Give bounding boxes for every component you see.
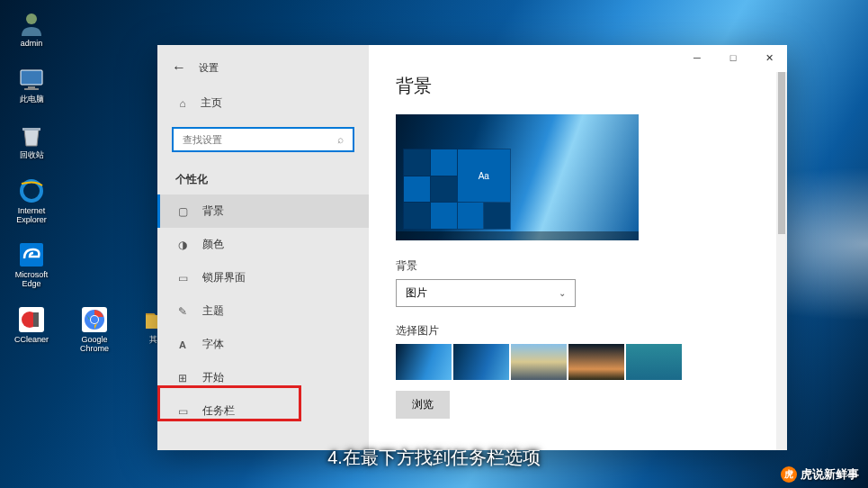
close-button[interactable]: ✕	[751, 45, 787, 70]
icon-label: Microsoft Edge	[9, 271, 54, 289]
desktop-icons-area: admin 此电脑 回收站 Internet Explorer Microsof…	[9, 9, 180, 354]
svg-point-13	[91, 316, 98, 323]
nav-label: 颜色	[202, 237, 224, 252]
icon-label: Google Chrome	[72, 336, 117, 354]
nav-label: 主题	[202, 303, 224, 319]
thumbnail-3[interactable]	[511, 344, 567, 380]
nav-label: 开始	[202, 370, 224, 385]
dropdown-value: 图片	[406, 285, 427, 301]
svg-rect-2	[28, 86, 35, 88]
palette-icon: ◑	[175, 238, 190, 252]
icon-label: admin	[21, 40, 43, 49]
category-label: 个性化	[157, 161, 369, 194]
home-icon: ⌂	[175, 96, 190, 111]
settings-sidebar: ← 设置 ⌂ 主页 ⌕ 个性化 ▢ 背景 ◑ 颜色 ▭ 锁屏界面 ✎ 主题 A	[157, 45, 369, 450]
chrome-icon	[80, 305, 109, 334]
minimize-button[interactable]: ─	[679, 45, 715, 70]
settings-window: ← 设置 ⌂ 主页 ⌕ 个性化 ▢ 背景 ◑ 颜色 ▭ 锁屏界面 ✎ 主题 A	[157, 45, 787, 450]
themes-icon: ✎	[175, 304, 190, 319]
maximize-button[interactable]: □	[715, 45, 751, 70]
svg-rect-1	[21, 70, 42, 85]
nav-label: 锁屏界面	[202, 270, 246, 285]
watermark-text: 虎说新鲜事	[801, 466, 859, 483]
icon-label: CCleaner	[14, 336, 49, 345]
search-input[interactable]	[183, 134, 337, 145]
scroll-thumb[interactable]	[778, 72, 785, 234]
nav-label: 任务栏	[202, 403, 235, 419]
ccleaner-icon	[17, 305, 46, 334]
thumbnail-5[interactable]	[626, 344, 682, 380]
svg-point-0	[26, 14, 37, 24]
svg-rect-3	[24, 88, 39, 90]
thumbnail-2[interactable]	[453, 344, 509, 380]
thumbnail-1[interactable]	[396, 344, 452, 380]
desktop-icon-chrome[interactable]: Google Chrome	[72, 305, 117, 354]
browse-button[interactable]: 浏览	[396, 391, 450, 419]
search-icon: ⌕	[337, 133, 344, 146]
nav-start[interactable]: ⊞ 开始	[157, 361, 369, 394]
window-title: 设置	[199, 61, 219, 75]
preview-taskbar	[396, 231, 639, 240]
computer-icon	[17, 65, 46, 94]
watermark-logo: 虎	[781, 466, 797, 483]
lockscreen-icon: ▭	[175, 271, 190, 285]
icon-label: 回收站	[20, 151, 44, 160]
fonts-icon: A	[175, 338, 190, 352]
search-box[interactable]: ⌕	[172, 127, 354, 152]
nav-taskbar[interactable]: ▭ 任务栏	[157, 394, 369, 428]
svg-rect-9	[33, 312, 39, 327]
nav-fonts[interactable]: A 字体	[157, 328, 369, 361]
window-controls: ─ □ ✕	[679, 45, 787, 70]
home-label: 主页	[201, 95, 222, 111]
image-icon: ▢	[175, 204, 190, 219]
settings-content: ─ □ ✕ 背景 Aa 背景 图片 ⌄ 选择图片 浏览	[369, 45, 787, 450]
preview-start-menu: Aa	[403, 149, 511, 230]
titlebar: ← 设置	[157, 56, 369, 88]
background-type-dropdown[interactable]: 图片 ⌄	[396, 279, 576, 307]
nav-colors[interactable]: ◑ 颜色	[157, 228, 369, 261]
taskbar-icon: ▭	[175, 404, 190, 419]
user-icon	[17, 9, 46, 38]
icon-label: Internet Explorer	[9, 207, 54, 225]
choose-image-label: 选择图片	[396, 323, 760, 339]
nav-label: 字体	[202, 337, 224, 352]
home-link[interactable]: ⌂ 主页	[157, 88, 369, 118]
back-button[interactable]: ←	[172, 59, 186, 76]
recycle-bin-icon	[17, 121, 46, 149]
scrollbar[interactable]	[776, 72, 787, 450]
desktop-icon-ccleaner[interactable]: CCleaner	[9, 305, 54, 354]
desktop-icon-admin[interactable]: admin	[9, 9, 54, 49]
nav-background[interactable]: ▢ 背景	[157, 194, 369, 228]
page-title: 背景	[396, 74, 760, 98]
desktop-icon-this-pc[interactable]: 此电脑	[9, 65, 54, 104]
svg-rect-4	[22, 128, 40, 131]
icon-label: 此电脑	[20, 95, 44, 104]
preview-sample-text: Aa	[458, 149, 511, 202]
edge-icon	[17, 240, 46, 269]
watermark: 虎 虎说新鲜事	[781, 466, 859, 483]
nav-themes[interactable]: ✎ 主题	[157, 294, 369, 328]
desktop-icon-recycle-bin[interactable]: 回收站	[9, 121, 54, 160]
tutorial-caption: 4.在最下方找到任务栏选项	[327, 446, 541, 470]
chevron-down-icon: ⌄	[559, 288, 566, 298]
desktop-icon-ie[interactable]: Internet Explorer	[9, 176, 54, 225]
background-preview: Aa	[396, 114, 639, 240]
nav-lockscreen[interactable]: ▭ 锁屏界面	[157, 261, 369, 294]
background-label: 背景	[396, 258, 760, 274]
ie-icon	[17, 176, 46, 205]
desktop-icon-edge[interactable]: Microsoft Edge	[9, 240, 54, 289]
thumbnail-4[interactable]	[568, 344, 624, 380]
nav-label: 背景	[202, 203, 224, 219]
image-thumbnails	[396, 344, 760, 380]
start-icon: ⊞	[175, 371, 190, 385]
